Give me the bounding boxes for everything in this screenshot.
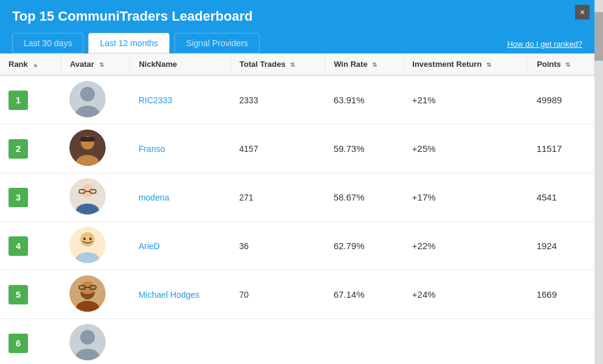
points: 1924 [537, 241, 557, 251]
win-rate-cell: 59.73% [325, 125, 404, 173]
avatar [69, 275, 106, 312]
sort-icon-return: ⇅ [486, 61, 491, 68]
svg-point-17 [89, 238, 92, 240]
tab-bar: Last 30 days Last 12 months Signal Provi… [12, 33, 582, 53]
investment-return-cell: +17% [404, 173, 528, 222]
investment-return: +22% [412, 241, 436, 251]
points-cell: 1669 [528, 270, 594, 319]
table-row: 2 Franso 4157 59.73% +25% 11517 [0, 125, 594, 173]
rank-badge: 3 [9, 188, 28, 207]
ranked-link[interactable]: How do I get ranked? [507, 39, 582, 49]
points-cell: 11517 [528, 125, 594, 173]
page-title: Top 15 CommuniTraders Leaderboard [12, 9, 582, 24]
points-cell: 4541 [528, 173, 594, 222]
content-area: Top 15 CommuniTraders Leaderboard Last 3… [0, 0, 594, 364]
win-rate: 67.14% [334, 289, 365, 300]
close-button[interactable]: × [575, 5, 590, 19]
svg-point-14 [80, 232, 95, 247]
points-cell: 49989 [528, 75, 594, 125]
tab-signal-providers[interactable]: Signal Providers [174, 33, 260, 53]
investment-return: +25% [412, 143, 436, 154]
svg-rect-6 [80, 137, 95, 142]
nickname[interactable]: modena [139, 193, 170, 202]
nickname-cell: modena [130, 173, 231, 222]
win-rate-cell [325, 319, 404, 365]
col-win-rate[interactable]: Win Rate ⇅ [325, 53, 404, 75]
avatar [69, 227, 106, 263]
win-rate: 63.91% [334, 95, 365, 105]
total-trades-cell: 4157 [231, 125, 325, 173]
nickname[interactable]: Michael Hodges [139, 290, 199, 300]
app-wrapper: Top 15 CommuniTraders Leaderboard Last 3… [0, 0, 603, 364]
win-rate: 58.67% [334, 192, 365, 202]
points: 49989 [537, 95, 562, 105]
table-row: 4 ArieD 36 62.79% +22% 1924 [0, 222, 594, 270]
rank-cell: 4 [0, 222, 61, 270]
tab-last-30-days[interactable]: Last 30 days [12, 33, 83, 53]
col-points[interactable]: Points ⇅ [528, 53, 594, 75]
col-avatar[interactable]: Avatar ⇅ [61, 53, 130, 75]
avatar-cell [61, 270, 130, 319]
col-investment-return[interactable]: Investment Return ⇅ [404, 53, 528, 75]
rank-cell: 3 [0, 173, 61, 222]
nickname[interactable]: ArieD [139, 241, 160, 251]
table-row: 3 modena 271 58.67% +17% 4541 [0, 173, 594, 222]
sort-icon-winrate: ⇅ [372, 61, 377, 68]
scroll-thumb[interactable] [594, 12, 603, 61]
total-trades-cell: 271 [231, 173, 325, 222]
points: 4541 [537, 192, 557, 202]
nickname-cell: ArieD [130, 222, 231, 270]
header: Top 15 CommuniTraders Leaderboard Last 3… [0, 0, 594, 53]
win-rate-cell: 63.91% [325, 75, 404, 125]
avatar [69, 324, 106, 360]
investment-return: +24% [412, 289, 436, 300]
total-trades: 70 [239, 290, 249, 300]
total-trades: 36 [239, 241, 249, 251]
avatar [69, 81, 106, 117]
investment-return: +21% [412, 95, 436, 105]
avatar [69, 178, 106, 215]
total-trades: 2333 [239, 95, 258, 105]
win-rate: 59.73% [334, 143, 365, 154]
svg-point-8 [81, 184, 94, 197]
nickname[interactable]: RIC2333 [139, 95, 172, 105]
svg-point-25 [80, 330, 95, 345]
avatar-cell [61, 222, 130, 270]
avatar-cell [61, 125, 130, 173]
total-trades: 271 [239, 193, 253, 202]
points: 1669 [537, 289, 557, 300]
col-total-trades[interactable]: Total Trades ⇅ [231, 53, 325, 75]
win-rate-cell: 58.67% [325, 173, 404, 222]
total-trades: 4157 [239, 144, 258, 154]
avatar [69, 129, 106, 166]
scrollbar[interactable] [594, 0, 603, 364]
svg-point-16 [83, 238, 86, 240]
points-cell: 1924 [528, 222, 594, 270]
table-header: Rank ▲ Avatar ⇅ NickName Total Trades [0, 53, 594, 75]
total-trades-cell [231, 319, 325, 365]
nickname[interactable]: Franso [139, 144, 165, 154]
col-rank[interactable]: Rank ▲ [0, 53, 61, 75]
investment-return-cell: +21% [404, 75, 528, 125]
rank-badge: 6 [9, 334, 28, 353]
rank-badge: 1 [9, 91, 28, 110]
nickname-cell [130, 319, 231, 365]
sort-icon-avatar: ⇅ [99, 61, 104, 68]
col-nickname[interactable]: NickName [130, 53, 231, 75]
total-trades-cell: 2333 [231, 75, 325, 125]
total-trades-cell: 36 [231, 222, 325, 270]
investment-return-cell: +24% [404, 270, 528, 319]
rank-cell: 1 [0, 75, 61, 125]
tab-last-12-months[interactable]: Last 12 months [88, 33, 170, 53]
win-rate-cell: 67.14% [325, 270, 404, 319]
leaderboard-table: Rank ▲ Avatar ⇅ NickName Total Trades [0, 53, 594, 364]
table-row: 6 [0, 319, 594, 365]
rank-cell: 6 [0, 319, 61, 365]
leaderboard-table-container: Rank ▲ Avatar ⇅ NickName Total Trades [0, 53, 594, 364]
win-rate: 62.79% [334, 241, 365, 251]
points-cell [528, 319, 594, 365]
win-rate-cell: 62.79% [325, 222, 404, 270]
investment-return: +17% [412, 192, 436, 202]
investment-return-cell: +25% [404, 125, 528, 173]
rank-badge: 4 [9, 236, 28, 256]
